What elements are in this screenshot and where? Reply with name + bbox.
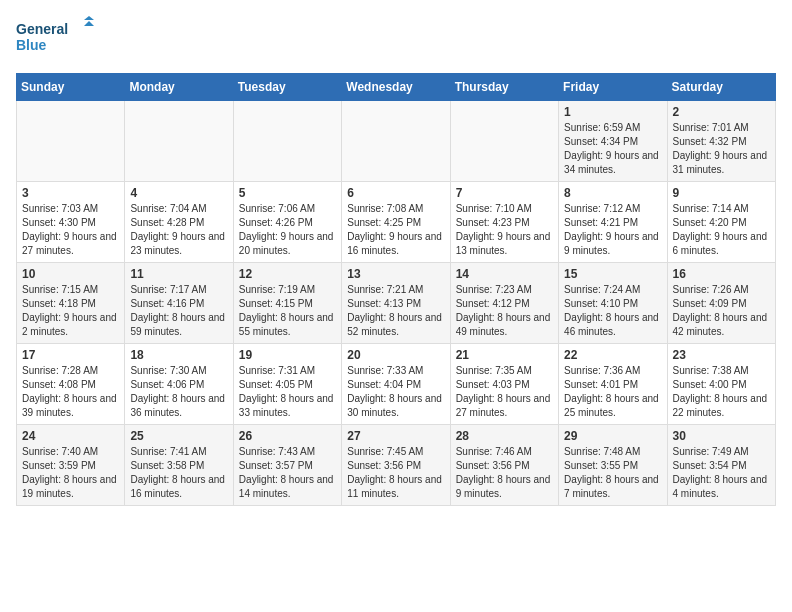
- day-number: 24: [22, 429, 119, 443]
- day-number: 30: [673, 429, 770, 443]
- calendar-cell: 2Sunrise: 7:01 AM Sunset: 4:32 PM Daylig…: [667, 101, 775, 182]
- day-info: Sunrise: 7:19 AM Sunset: 4:15 PM Dayligh…: [239, 283, 336, 339]
- day-info: Sunrise: 7:01 AM Sunset: 4:32 PM Dayligh…: [673, 121, 770, 177]
- calendar-week-4: 17Sunrise: 7:28 AM Sunset: 4:08 PM Dayli…: [17, 344, 776, 425]
- calendar-cell: 13Sunrise: 7:21 AM Sunset: 4:13 PM Dayli…: [342, 263, 450, 344]
- day-number: 21: [456, 348, 553, 362]
- day-info: Sunrise: 7:08 AM Sunset: 4:25 PM Dayligh…: [347, 202, 444, 258]
- day-info: Sunrise: 7:10 AM Sunset: 4:23 PM Dayligh…: [456, 202, 553, 258]
- day-info: Sunrise: 7:38 AM Sunset: 4:00 PM Dayligh…: [673, 364, 770, 420]
- svg-marker-3: [84, 21, 94, 26]
- day-info: Sunrise: 7:33 AM Sunset: 4:04 PM Dayligh…: [347, 364, 444, 420]
- day-info: Sunrise: 7:48 AM Sunset: 3:55 PM Dayligh…: [564, 445, 661, 501]
- day-number: 14: [456, 267, 553, 281]
- calendar-week-1: 1Sunrise: 6:59 AM Sunset: 4:34 PM Daylig…: [17, 101, 776, 182]
- calendar-cell: [125, 101, 233, 182]
- svg-text:General: General: [16, 21, 68, 37]
- calendar-cell: 12Sunrise: 7:19 AM Sunset: 4:15 PM Dayli…: [233, 263, 341, 344]
- day-info: Sunrise: 7:06 AM Sunset: 4:26 PM Dayligh…: [239, 202, 336, 258]
- day-number: 23: [673, 348, 770, 362]
- svg-text:Blue: Blue: [16, 37, 47, 53]
- day-info: Sunrise: 7:45 AM Sunset: 3:56 PM Dayligh…: [347, 445, 444, 501]
- calendar-cell: 5Sunrise: 7:06 AM Sunset: 4:26 PM Daylig…: [233, 182, 341, 263]
- day-number: 20: [347, 348, 444, 362]
- day-number: 7: [456, 186, 553, 200]
- calendar-cell: 21Sunrise: 7:35 AM Sunset: 4:03 PM Dayli…: [450, 344, 558, 425]
- day-number: 19: [239, 348, 336, 362]
- day-info: Sunrise: 7:36 AM Sunset: 4:01 PM Dayligh…: [564, 364, 661, 420]
- day-number: 11: [130, 267, 227, 281]
- day-number: 8: [564, 186, 661, 200]
- day-info: Sunrise: 6:59 AM Sunset: 4:34 PM Dayligh…: [564, 121, 661, 177]
- day-info: Sunrise: 7:35 AM Sunset: 4:03 PM Dayligh…: [456, 364, 553, 420]
- day-info: Sunrise: 7:40 AM Sunset: 3:59 PM Dayligh…: [22, 445, 119, 501]
- day-number: 10: [22, 267, 119, 281]
- day-info: Sunrise: 7:43 AM Sunset: 3:57 PM Dayligh…: [239, 445, 336, 501]
- calendar-cell: 16Sunrise: 7:26 AM Sunset: 4:09 PM Dayli…: [667, 263, 775, 344]
- day-header-saturday: Saturday: [667, 74, 775, 101]
- day-info: Sunrise: 7:41 AM Sunset: 3:58 PM Dayligh…: [130, 445, 227, 501]
- day-info: Sunrise: 7:28 AM Sunset: 4:08 PM Dayligh…: [22, 364, 119, 420]
- day-number: 25: [130, 429, 227, 443]
- calendar-cell: 17Sunrise: 7:28 AM Sunset: 4:08 PM Dayli…: [17, 344, 125, 425]
- calendar-table: SundayMondayTuesdayWednesdayThursdayFrid…: [16, 73, 776, 506]
- day-info: Sunrise: 7:46 AM Sunset: 3:56 PM Dayligh…: [456, 445, 553, 501]
- day-info: Sunrise: 7:03 AM Sunset: 4:30 PM Dayligh…: [22, 202, 119, 258]
- calendar-cell: 6Sunrise: 7:08 AM Sunset: 4:25 PM Daylig…: [342, 182, 450, 263]
- header: General Blue: [16, 16, 776, 61]
- calendar-week-3: 10Sunrise: 7:15 AM Sunset: 4:18 PM Dayli…: [17, 263, 776, 344]
- calendar-cell: 29Sunrise: 7:48 AM Sunset: 3:55 PM Dayli…: [559, 425, 667, 506]
- day-number: 6: [347, 186, 444, 200]
- calendar-header-row: SundayMondayTuesdayWednesdayThursdayFrid…: [17, 74, 776, 101]
- day-number: 2: [673, 105, 770, 119]
- calendar-cell: 30Sunrise: 7:49 AM Sunset: 3:54 PM Dayli…: [667, 425, 775, 506]
- svg-marker-2: [84, 16, 94, 20]
- day-info: Sunrise: 7:17 AM Sunset: 4:16 PM Dayligh…: [130, 283, 227, 339]
- day-header-tuesday: Tuesday: [233, 74, 341, 101]
- day-number: 4: [130, 186, 227, 200]
- calendar-cell: 7Sunrise: 7:10 AM Sunset: 4:23 PM Daylig…: [450, 182, 558, 263]
- calendar-cell: 15Sunrise: 7:24 AM Sunset: 4:10 PM Dayli…: [559, 263, 667, 344]
- calendar-cell: 4Sunrise: 7:04 AM Sunset: 4:28 PM Daylig…: [125, 182, 233, 263]
- calendar-cell: 11Sunrise: 7:17 AM Sunset: 4:16 PM Dayli…: [125, 263, 233, 344]
- day-info: Sunrise: 7:30 AM Sunset: 4:06 PM Dayligh…: [130, 364, 227, 420]
- calendar-cell: 22Sunrise: 7:36 AM Sunset: 4:01 PM Dayli…: [559, 344, 667, 425]
- day-number: 18: [130, 348, 227, 362]
- calendar-cell: 9Sunrise: 7:14 AM Sunset: 4:20 PM Daylig…: [667, 182, 775, 263]
- day-info: Sunrise: 7:23 AM Sunset: 4:12 PM Dayligh…: [456, 283, 553, 339]
- day-info: Sunrise: 7:49 AM Sunset: 3:54 PM Dayligh…: [673, 445, 770, 501]
- day-number: 9: [673, 186, 770, 200]
- calendar-cell: 23Sunrise: 7:38 AM Sunset: 4:00 PM Dayli…: [667, 344, 775, 425]
- day-info: Sunrise: 7:21 AM Sunset: 4:13 PM Dayligh…: [347, 283, 444, 339]
- day-header-thursday: Thursday: [450, 74, 558, 101]
- calendar-cell: 25Sunrise: 7:41 AM Sunset: 3:58 PM Dayli…: [125, 425, 233, 506]
- logo-svg: General Blue: [16, 16, 96, 61]
- calendar-cell: 8Sunrise: 7:12 AM Sunset: 4:21 PM Daylig…: [559, 182, 667, 263]
- day-header-wednesday: Wednesday: [342, 74, 450, 101]
- day-number: 1: [564, 105, 661, 119]
- calendar-cell: 18Sunrise: 7:30 AM Sunset: 4:06 PM Dayli…: [125, 344, 233, 425]
- calendar-cell: [450, 101, 558, 182]
- calendar-cell: [17, 101, 125, 182]
- calendar-cell: [233, 101, 341, 182]
- day-info: Sunrise: 7:26 AM Sunset: 4:09 PM Dayligh…: [673, 283, 770, 339]
- day-number: 13: [347, 267, 444, 281]
- day-number: 15: [564, 267, 661, 281]
- calendar-cell: [342, 101, 450, 182]
- calendar-cell: 19Sunrise: 7:31 AM Sunset: 4:05 PM Dayli…: [233, 344, 341, 425]
- day-number: 5: [239, 186, 336, 200]
- day-number: 16: [673, 267, 770, 281]
- day-number: 29: [564, 429, 661, 443]
- day-info: Sunrise: 7:24 AM Sunset: 4:10 PM Dayligh…: [564, 283, 661, 339]
- day-number: 27: [347, 429, 444, 443]
- calendar-week-5: 24Sunrise: 7:40 AM Sunset: 3:59 PM Dayli…: [17, 425, 776, 506]
- calendar-cell: 10Sunrise: 7:15 AM Sunset: 4:18 PM Dayli…: [17, 263, 125, 344]
- calendar-cell: 28Sunrise: 7:46 AM Sunset: 3:56 PM Dayli…: [450, 425, 558, 506]
- calendar-cell: 24Sunrise: 7:40 AM Sunset: 3:59 PM Dayli…: [17, 425, 125, 506]
- day-number: 3: [22, 186, 119, 200]
- day-number: 17: [22, 348, 119, 362]
- day-info: Sunrise: 7:12 AM Sunset: 4:21 PM Dayligh…: [564, 202, 661, 258]
- day-info: Sunrise: 7:04 AM Sunset: 4:28 PM Dayligh…: [130, 202, 227, 258]
- calendar-cell: 26Sunrise: 7:43 AM Sunset: 3:57 PM Dayli…: [233, 425, 341, 506]
- day-info: Sunrise: 7:14 AM Sunset: 4:20 PM Dayligh…: [673, 202, 770, 258]
